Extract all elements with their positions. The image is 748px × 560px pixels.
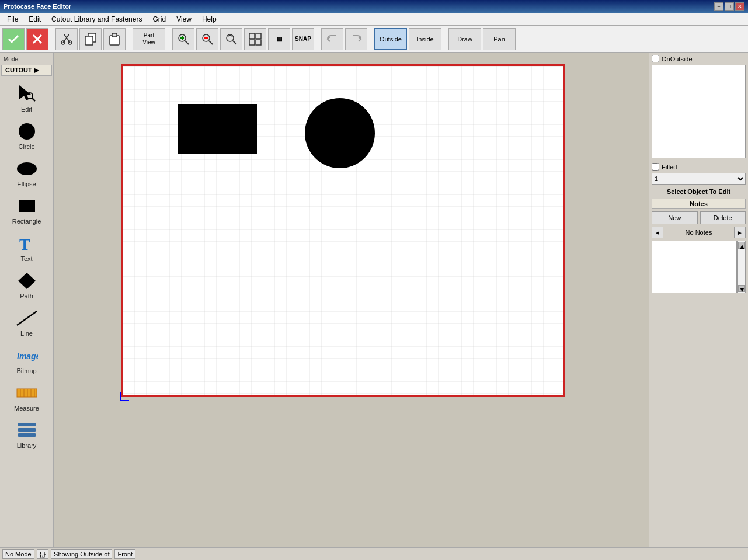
status-bar: No Mode {,} Showing Outside of Front	[0, 547, 748, 560]
dropdown-row: 1 2 3	[652, 173, 746, 185]
layer-select[interactable]: 1 2 3	[652, 173, 746, 185]
edit-label: Edit	[21, 106, 32, 113]
grid-canvas[interactable]	[121, 64, 565, 397]
scroll-up-button[interactable]: ▲	[738, 242, 745, 249]
ellipse-tool[interactable]: Ellipse	[1, 154, 52, 190]
main-content: Mode: CUTOUT ▶ Edit Circle	[0, 53, 748, 547]
close-button[interactable]: ✕	[735, 2, 744, 11]
braces-status: {,}	[37, 549, 48, 559]
filled-checkbox[interactable]	[652, 163, 659, 171]
grid-button[interactable]	[244, 28, 266, 50]
path-tool[interactable]: Path	[1, 266, 52, 302]
line-tool[interactable]: Line	[1, 304, 52, 340]
delete-note-button[interactable]: Delete	[700, 211, 746, 224]
path-label: Path	[20, 293, 33, 300]
new-note-button[interactable]: New	[652, 211, 698, 224]
bitmap-icon: Image	[15, 344, 39, 367]
menu-view[interactable]: View	[172, 14, 196, 25]
pan-button[interactable]: Pan	[483, 28, 516, 50]
toolbar: PartView ▦ SNAP OnOutside Outside Inside	[0, 26, 748, 53]
app-title: Protocase Face Editor	[4, 3, 71, 10]
notes-nav: ◄ No Notes ►	[652, 227, 746, 238]
on-outside-label: OnOutside	[662, 55, 693, 62]
part-view-button[interactable]: PartView	[133, 28, 165, 50]
size-button[interactable]: ▦	[268, 28, 290, 50]
svg-text:Image: Image	[17, 352, 38, 361]
edit-tool[interactable]: Edit	[1, 79, 52, 116]
notes-content-row: ▲ ▼	[652, 241, 746, 293]
library-icon	[15, 419, 39, 442]
minimize-button[interactable]: −	[714, 2, 723, 11]
rectangle-label: Rectangle	[12, 218, 41, 225]
redo-button[interactable]	[345, 28, 367, 50]
library-label: Library	[17, 442, 37, 449]
svg-line-5	[63, 34, 69, 43]
text-icon: T	[15, 232, 39, 255]
undo-button[interactable]	[321, 28, 343, 50]
svg-line-11	[185, 41, 189, 44]
snap-button[interactable]: SNAP	[292, 28, 314, 50]
text-tool[interactable]: T Text	[1, 229, 52, 265]
rectangle-shape[interactable]	[178, 104, 257, 154]
on-outside-checkbox[interactable]	[652, 55, 659, 62]
svg-rect-40	[18, 428, 36, 432]
menu-edit[interactable]: Edit	[24, 14, 46, 25]
circle-tool[interactable]: Circle	[1, 117, 52, 153]
zoom-out-button[interactable]	[196, 28, 218, 50]
cancel-button[interactable]	[26, 28, 48, 50]
menu-grid[interactable]: Grid	[148, 14, 171, 25]
on-outside-textarea[interactable]	[652, 65, 746, 158]
maximize-button[interactable]: □	[725, 2, 734, 11]
notes-textarea[interactable]	[652, 241, 737, 293]
measure-tool[interactable]: Measure	[1, 378, 52, 415]
canvas-area[interactable]	[54, 53, 649, 547]
svg-rect-28	[19, 200, 35, 212]
svg-rect-33	[17, 389, 37, 397]
on-outside-row: OnOutside	[652, 55, 746, 62]
copy-button[interactable]	[79, 28, 102, 50]
line-icon	[15, 307, 39, 330]
filled-row: Filled	[652, 163, 746, 171]
inside-button[interactable]: Inside	[409, 28, 441, 50]
scroll-down-button[interactable]: ▼	[738, 285, 745, 292]
bitmap-tool[interactable]: Image Bitmap	[1, 341, 52, 377]
menu-file[interactable]: File	[2, 14, 23, 25]
library-tool[interactable]: Library	[1, 416, 52, 452]
zoom-in-button[interactable]	[172, 28, 194, 50]
rectangle-icon	[15, 194, 39, 218]
rectangle-tool[interactable]: Rectangle	[1, 192, 52, 228]
right-panel: OnOutside Filled 1 2 3 Select Object To …	[649, 53, 748, 547]
snap-label: SNAP	[295, 36, 311, 42]
coord-indicator	[120, 391, 131, 405]
outside-button[interactable]: OnOutside Outside	[374, 28, 407, 50]
part-view-label: PartView	[142, 32, 155, 46]
bitmap-label: Bitmap	[16, 367, 36, 374]
menu-help[interactable]: Help	[197, 14, 221, 25]
paste-button[interactable]	[103, 28, 126, 50]
measure-icon	[15, 381, 39, 405]
left-toolbar: Mode: CUTOUT ▶ Edit Circle	[0, 53, 54, 547]
circle-label: Circle	[18, 143, 34, 150]
text-label: Text	[20, 255, 32, 262]
menu-cutout-library[interactable]: Cutout Library and Fasteners	[47, 14, 147, 25]
size-label: ▦	[277, 36, 282, 42]
notes-scrollbar[interactable]: ▲ ▼	[737, 241, 746, 293]
reset-zoom-button[interactable]	[220, 28, 242, 50]
svg-rect-39	[18, 423, 36, 426]
svg-rect-20	[256, 33, 261, 39]
next-note-button[interactable]: ►	[734, 227, 746, 238]
path-icon	[15, 269, 39, 293]
title-bar: Protocase Face Editor − □ ✕	[0, 0, 748, 13]
svg-rect-21	[249, 40, 255, 45]
mode-button[interactable]: CUTOUT ▶	[1, 65, 52, 76]
circle-shape[interactable]	[305, 98, 375, 168]
filled-label: Filled	[662, 164, 677, 171]
svg-rect-7	[85, 36, 93, 45]
notes-title: Notes	[652, 199, 746, 209]
accept-button[interactable]	[2, 28, 25, 50]
cut-button[interactable]	[55, 28, 78, 50]
notes-buttons: New Delete	[652, 211, 746, 224]
prev-note-button[interactable]: ◄	[652, 227, 663, 238]
svg-point-26	[19, 123, 35, 140]
draw-button[interactable]: Draw	[448, 28, 481, 50]
